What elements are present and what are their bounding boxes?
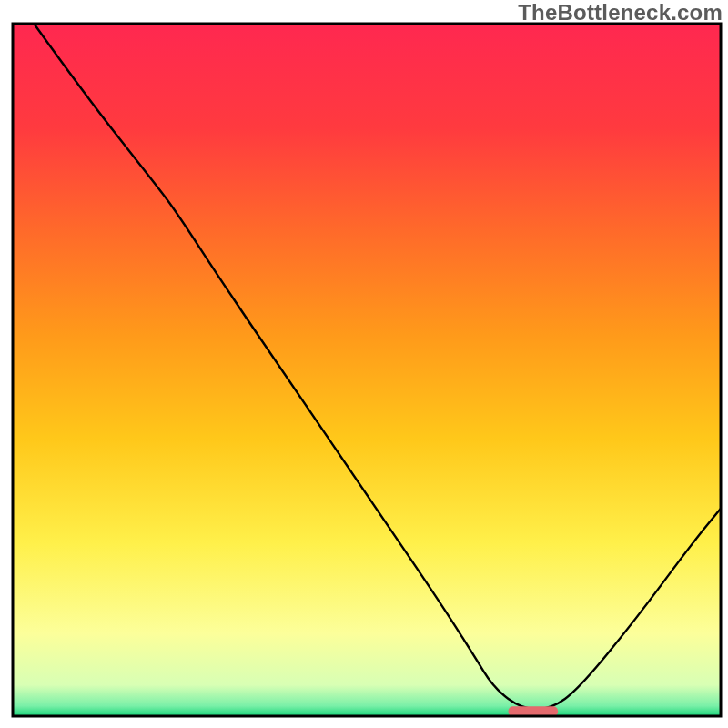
plot-background (13, 24, 721, 716)
chart-container: TheBottleneck.com (0, 0, 728, 728)
bottleneck-chart (0, 0, 728, 728)
watermark-label: TheBottleneck.com (518, 0, 723, 25)
